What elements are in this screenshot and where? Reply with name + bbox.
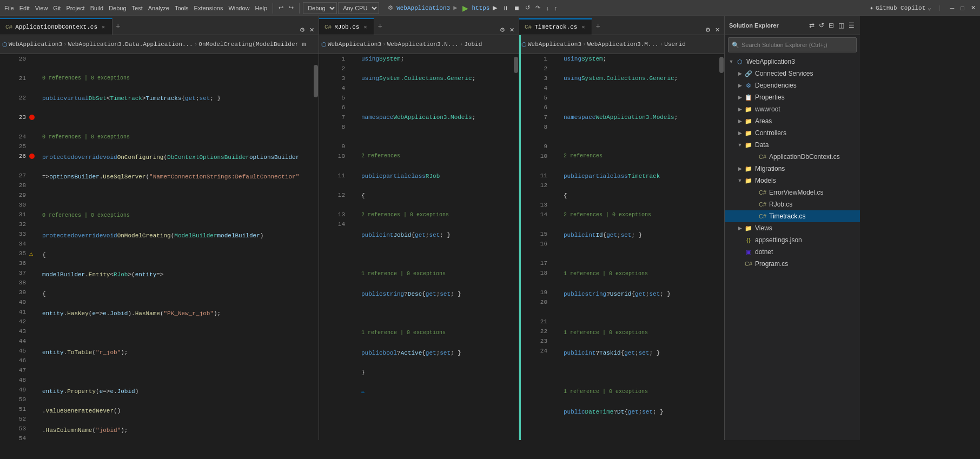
debug-menu-btn[interactable]: Debug — [107, 4, 128, 12]
middle-tab-close[interactable]: ✕ — [362, 23, 368, 31]
left-code-lines[interactable]: 0 references | 0 exceptions public virtu… — [40, 54, 313, 440]
r-line-10: public string? Userid { get; set; } — [564, 289, 719, 299]
tree-item-appsettings[interactable]: {} appsettings.json — [725, 234, 860, 246]
right-code-lines[interactable]: using System; using System.Collections.G… — [561, 54, 719, 440]
tree-item-migrations[interactable]: ▶ 📁 Migrations — [725, 163, 860, 175]
wwwroot-icon: 📁 — [744, 106, 753, 113]
middle-tab-bar: C# RJob.cs ✕ + ⚙ ✕ — [319, 16, 519, 35]
tree-item-timetrack[interactable]: C# Timetrack.cs — [725, 210, 860, 222]
window-menu-btn[interactable]: Window — [226, 4, 251, 12]
debug-config-select[interactable]: Debug — [303, 2, 337, 14]
pause-btn[interactable]: ⏸ — [500, 4, 511, 12]
middle-vscrollbar[interactable] — [513, 54, 519, 440]
step-out-btn[interactable]: ↑ — [552, 4, 560, 12]
right-tab-close[interactable]: ✕ — [580, 23, 586, 31]
props-icon: 📋 — [744, 94, 753, 101]
se-collapse-btn[interactable]: ⊟ — [827, 21, 835, 30]
code-line-26: protected override void OnModelCreating(… — [42, 231, 313, 241]
tree-item-connected-services[interactable]: ▶ 🔗 Connected Services — [725, 68, 860, 79]
analyze-menu-btn[interactable]: Analyze — [146, 4, 171, 12]
undo-btn[interactable]: ↩ — [276, 3, 286, 12]
view-menu-btn[interactable]: View — [33, 4, 50, 12]
file-menu-btn[interactable]: File — [2, 4, 16, 12]
middle-vscroll-thumb[interactable] — [514, 57, 518, 73]
test-menu-btn[interactable]: Test — [130, 4, 145, 12]
middle-code-lines[interactable]: using System; using System.Collections.G… — [359, 54, 513, 440]
tools-menu-btn[interactable]: Tools — [173, 4, 191, 12]
maximize-btn[interactable]: □ — [958, 4, 966, 12]
tree-item-models[interactable]: ▼ 📁 Models — [725, 175, 860, 187]
extensions-menu-btn[interactable]: Extensions — [192, 4, 226, 12]
right-panel-props-btn[interactable]: ⚙ — [703, 25, 713, 35]
code-ref-23: 0 references | 0 exceptions — [42, 132, 313, 142]
se-props-btn[interactable]: ☰ — [847, 21, 856, 30]
build-menu-btn[interactable]: Build — [88, 4, 105, 12]
tree-item-appdbcontext[interactable]: C# ApplicationDbContext.cs — [725, 151, 860, 163]
se-show-all-btn[interactable]: ◫ — [837, 21, 845, 30]
right-vscroll-thumb[interactable] — [719, 57, 724, 73]
redo-btn[interactable]: ↪ — [287, 3, 296, 12]
tree-item-program[interactable]: C# Program.cs — [725, 258, 860, 270]
tree-item-data[interactable]: ▼ 📁 Data — [725, 139, 860, 151]
edit-menu-btn[interactable]: Edit — [17, 4, 32, 12]
right-tab-label: Timetrack.cs — [534, 24, 577, 30]
tree-item-areas[interactable]: ▶ 📁 Areas — [725, 115, 860, 127]
right-vscrollbar[interactable] — [719, 54, 724, 440]
step-over-btn[interactable]: ↷ — [533, 3, 542, 12]
error-vm-icon: C# — [758, 189, 767, 196]
timetrack-icon: C# — [758, 213, 767, 219]
tree-item-error-viewmodel[interactable]: C# ErrorViewModel.cs — [725, 187, 860, 198]
middle-breadcrumb-item: ⬡ WebApplication3 › WebApplication3.N...… — [321, 41, 482, 48]
appsettings-icon: {} — [744, 237, 753, 243]
close-btn[interactable]: ✕ — [969, 3, 978, 12]
se-sync-btn[interactable]: ⇄ — [808, 21, 816, 30]
middle-tab-add[interactable]: + — [374, 18, 385, 35]
right-tab-add[interactable]: + — [592, 18, 603, 35]
right-panel-close-btn[interactable]: ✕ — [713, 25, 722, 35]
run-app-btn[interactable]: ⚙ — [386, 3, 395, 12]
middle-panel-props-btn[interactable]: ⚙ — [498, 25, 507, 35]
tree-item-properties[interactable]: ▶ 📋 Properties — [725, 91, 860, 103]
middle-tab-active[interactable]: C# RJob.cs ✕ — [319, 18, 374, 35]
right-tab-active[interactable]: C# Timetrack.cs ✕ — [519, 18, 592, 35]
tree-item-controllers[interactable]: ▶ 📁 Controllers — [725, 127, 860, 139]
left-vscroll-thumb[interactable] — [314, 65, 318, 97]
left-tab-active[interactable]: C# ApplicationDbContext.cs ✕ — [0, 18, 112, 35]
start-debug-btn[interactable]: ▶ — [491, 3, 499, 12]
stop-btn[interactable]: ⏹ — [512, 4, 522, 12]
views-expand-arrow: ▶ — [736, 225, 744, 231]
areas-expand-arrow: ▶ — [736, 118, 744, 124]
views-label: Views — [755, 224, 772, 232]
code-line-21: public virtual DbSet<Timetrack> Timetrac… — [42, 94, 313, 103]
dotnet-icon: ▣ — [744, 249, 753, 256]
tree-item-wwwroot[interactable]: ▶ 📁 wwwroot — [725, 103, 860, 115]
left-tab-close[interactable]: ✕ — [100, 23, 107, 31]
tree-item-rjob[interactable]: C# RJob.cs — [725, 198, 860, 210]
tree-item-solution[interactable]: ▼ ⬡ WebApplication3 — [725, 56, 860, 68]
start-btn[interactable]: ▶ — [460, 3, 471, 14]
code-line-30: entity.HasKey(e => e.Jobid).HasName("PK_… — [42, 309, 313, 318]
tree-item-dependencies[interactable]: ▶ ⚙ Dependencies — [725, 79, 860, 91]
left-panel-close-btn[interactable]: ✕ — [307, 25, 316, 35]
copilot-label: GitHub Copilot — [876, 5, 925, 11]
middle-line-numbers: 1 2 3 4 5 6 7 8 9 10 11 12 13 14 — [327, 54, 348, 440]
left-panel-props-btn[interactable]: ⚙ — [297, 25, 307, 35]
left-tab-add[interactable]: + — [112, 18, 123, 35]
project-menu-btn[interactable]: Project — [64, 4, 87, 12]
help-menu-btn[interactable]: Help — [253, 4, 270, 12]
left-vscrollbar[interactable] — [313, 54, 319, 440]
step-into-btn[interactable]: ↓ — [544, 4, 551, 12]
middle-panel-close-btn[interactable]: ✕ — [507, 25, 517, 35]
middle-bc-ns: WebApplication3.N... — [387, 41, 459, 48]
tree-item-dotnet[interactable]: ▣ dotnet — [725, 246, 860, 258]
se-refresh-btn[interactable]: ↺ — [818, 21, 825, 30]
cpu-select[interactable]: Any CPU — [338, 2, 379, 14]
data-icon: 📁 — [744, 142, 753, 149]
tree-item-views[interactable]: ▶ 📁 Views — [725, 222, 860, 234]
minimize-btn[interactable]: ─ — [948, 4, 957, 12]
restart-btn[interactable]: ↺ — [523, 3, 532, 12]
controllers-expand-arrow: ▶ — [736, 130, 744, 136]
left-bc-method: OnModelCreating(ModelBuilder m — [198, 41, 306, 48]
code-line-25 — [42, 191, 313, 201]
git-menu-btn[interactable]: Git — [51, 4, 63, 12]
